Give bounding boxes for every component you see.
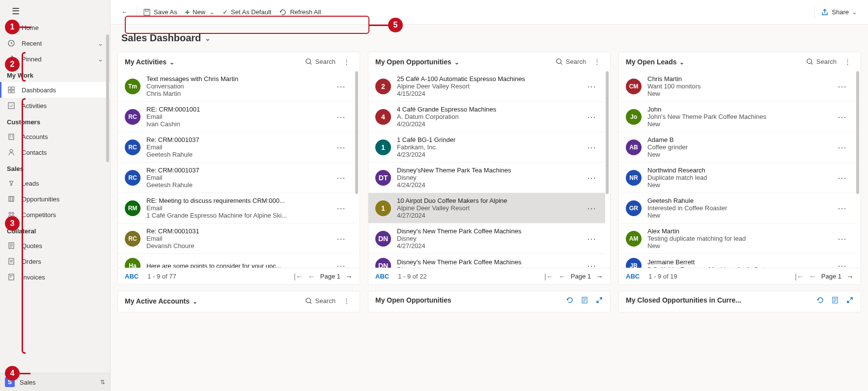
row-more-button[interactable]: ⋯ bbox=[585, 233, 598, 244]
nav-activities[interactable]: Activities bbox=[0, 98, 110, 113]
list-item[interactable]: NRNorthwind ResearchDuplicate match lead… bbox=[619, 163, 856, 193]
list-scrollbar[interactable] bbox=[606, 71, 609, 194]
list-item[interactable]: TmText messages with Chris MartinConvers… bbox=[118, 71, 355, 102]
card-title[interactable]: My Active Accounts⌄ bbox=[125, 297, 197, 305]
more-button[interactable]: ⋮ bbox=[340, 296, 353, 306]
row-more-button[interactable]: ⋯ bbox=[585, 112, 598, 122]
share-button[interactable]: Share ⌄ bbox=[817, 5, 861, 19]
row-more-button[interactable]: ⋯ bbox=[335, 203, 348, 214]
list-item[interactable]: RCRe: CRM:0001037EmailGeetesh Rahule⋯ bbox=[118, 163, 355, 193]
avatar: 1 bbox=[375, 140, 391, 155]
list-item[interactable]: HaHere are some points to consider for y… bbox=[118, 254, 355, 268]
next-page-button[interactable]: → bbox=[596, 272, 603, 280]
refresh-icon[interactable] bbox=[816, 296, 824, 304]
list-item[interactable]: DTDisney'sNew Theme Park Tea MachinesDis… bbox=[368, 163, 605, 193]
search-button[interactable]: Search bbox=[806, 58, 837, 65]
records-icon[interactable] bbox=[831, 296, 839, 304]
expand-icon[interactable] bbox=[595, 296, 603, 304]
search-button[interactable]: Search bbox=[305, 58, 336, 65]
nav-opportunities[interactable]: Opportunities bbox=[0, 191, 110, 207]
search-button[interactable]: Search bbox=[556, 58, 586, 65]
records-icon[interactable] bbox=[581, 296, 588, 304]
prev-page-button[interactable]: ← bbox=[809, 272, 816, 280]
list-item[interactable]: ABAdame BCoffee grinderNew⋯ bbox=[619, 132, 856, 163]
nav-invoices[interactable]: Invoices bbox=[0, 269, 110, 285]
row-more-button[interactable]: ⋯ bbox=[335, 81, 348, 92]
nav-dashboards[interactable]: Dashboards bbox=[0, 82, 110, 98]
list-item[interactable]: RCRE: CRM:0001001EmailIvan Cashin⋯ bbox=[118, 102, 355, 132]
list-item[interactable]: DNDisney's New Theme Park Coffee Machine… bbox=[368, 223, 605, 254]
abc-filter[interactable]: ABC bbox=[626, 273, 640, 280]
abc-filter[interactable]: ABC bbox=[375, 273, 389, 280]
row-more-button[interactable]: ⋯ bbox=[585, 142, 598, 153]
new-button[interactable]: + New ⌄ bbox=[181, 5, 219, 20]
row-more-button[interactable]: ⋯ bbox=[335, 233, 348, 244]
list-item[interactable]: JBJermaine Berrett5 Café Lite Espresso M… bbox=[619, 254, 856, 268]
nav-contacts[interactable]: Contacts bbox=[0, 144, 110, 160]
row-more-button[interactable]: ⋯ bbox=[836, 203, 849, 214]
list-item[interactable]: RCRe: CRM:0001037EmailGeetesh Rahule⋯ bbox=[118, 132, 355, 163]
set-default-button[interactable]: ✓ Set As Default bbox=[219, 5, 275, 19]
more-button[interactable]: ⋮ bbox=[591, 57, 603, 66]
page-title[interactable]: Sales Dashboard ⌄ bbox=[111, 25, 868, 49]
next-page-button[interactable]: → bbox=[846, 272, 854, 280]
expand-icon[interactable] bbox=[846, 296, 854, 304]
list-item[interactable]: CMChris MartinWant 100 monitorsNew⋯ bbox=[619, 71, 856, 102]
list-item[interactable]: 11 Café BG-1 GrinderFabrikam, Inc.4/23/2… bbox=[368, 132, 605, 163]
svg-rect-8 bbox=[9, 196, 14, 201]
row-more-button[interactable]: ⋯ bbox=[836, 233, 849, 244]
row-more-button[interactable]: ⋯ bbox=[585, 260, 598, 268]
nav-leads[interactable]: Leads bbox=[0, 175, 110, 191]
list-item[interactable]: RMRE: Meeting to discuss requirements CR… bbox=[118, 193, 355, 223]
list-item[interactable]: AMAlex MartinTesting duplicate matching … bbox=[619, 223, 856, 254]
row-more-button[interactable]: ⋯ bbox=[836, 260, 849, 268]
quote-icon bbox=[7, 242, 16, 250]
nav-accounts[interactable]: Accounts bbox=[0, 129, 110, 144]
nav-recent[interactable]: Recent ⌄ bbox=[0, 35, 110, 51]
list-item[interactable]: JoJohnJohn's New Theme Park Coffee Machi… bbox=[619, 102, 856, 132]
list-scrollbar[interactable] bbox=[355, 71, 358, 194]
first-page-button[interactable]: |← bbox=[795, 272, 804, 280]
hamburger-icon[interactable]: ☰ bbox=[12, 6, 20, 17]
card-title[interactable]: My Open Leads⌄ bbox=[626, 58, 684, 66]
list-scrollbar[interactable] bbox=[856, 71, 859, 194]
refresh-all-button[interactable]: Refresh All bbox=[275, 5, 325, 19]
sidebar-scrollbar[interactable] bbox=[105, 34, 109, 371]
nav-orders[interactable]: Orders bbox=[0, 253, 110, 269]
row-more-button[interactable]: ⋯ bbox=[335, 172, 348, 183]
row-body: Disney'sNew Theme Park Tea MachinesDisne… bbox=[397, 167, 585, 189]
first-page-button[interactable]: |← bbox=[544, 272, 554, 280]
save-as-button[interactable]: Save As bbox=[139, 5, 181, 19]
row-subtitle: John's New Theme Park Coffee Machines bbox=[647, 113, 836, 120]
row-more-button[interactable]: ⋯ bbox=[335, 112, 348, 122]
more-button[interactable]: ⋮ bbox=[340, 57, 353, 66]
row-more-button[interactable]: ⋯ bbox=[836, 112, 849, 122]
list-item[interactable]: DNDisney's New Theme Park Coffee Machine… bbox=[368, 254, 605, 268]
card-title[interactable]: My Activities⌄ bbox=[125, 58, 174, 66]
row-more-button[interactable]: ⋯ bbox=[335, 260, 348, 268]
refresh-icon[interactable] bbox=[566, 296, 574, 304]
list-item[interactable]: 225 Café A-100 Automatic Espresso Machin… bbox=[368, 71, 605, 102]
row-more-button[interactable]: ⋯ bbox=[836, 142, 849, 153]
nav-quotes[interactable]: Quotes bbox=[0, 238, 110, 253]
list-item[interactable]: 44 Café Grande Espresso MachinesA. Datum… bbox=[368, 102, 605, 132]
row-subtitle: Disney bbox=[397, 174, 585, 181]
row-more-button[interactable]: ⋯ bbox=[585, 81, 598, 92]
card-title[interactable]: My Open Opportunities⌄ bbox=[375, 58, 459, 66]
prev-page-button[interactable]: ← bbox=[559, 272, 566, 280]
row-more-button[interactable]: ⋯ bbox=[335, 142, 348, 153]
list-item[interactable]: 110 Airpot Duo Coffee Makers for AlpineA… bbox=[368, 193, 605, 223]
list-item[interactable]: GRGeetesh RahuleInterested in Coffee Roa… bbox=[619, 193, 856, 223]
row-more-button[interactable]: ⋯ bbox=[585, 203, 598, 214]
row-more-button[interactable]: ⋯ bbox=[585, 172, 598, 183]
prev-page-button[interactable]: ← bbox=[308, 272, 315, 280]
list-item[interactable]: RCRe: CRM:0001031EmailDevansh Choure⋯ bbox=[118, 223, 355, 254]
row-more-button[interactable]: ⋯ bbox=[836, 172, 849, 183]
more-button[interactable]: ⋮ bbox=[841, 57, 854, 66]
row-more-button[interactable]: ⋯ bbox=[836, 81, 849, 92]
first-page-button[interactable]: |← bbox=[294, 272, 303, 280]
abc-filter[interactable]: ABC bbox=[125, 273, 139, 280]
next-page-button[interactable]: → bbox=[345, 272, 353, 280]
back-button[interactable]: ← bbox=[117, 5, 135, 19]
search-button[interactable]: Search bbox=[305, 297, 336, 305]
